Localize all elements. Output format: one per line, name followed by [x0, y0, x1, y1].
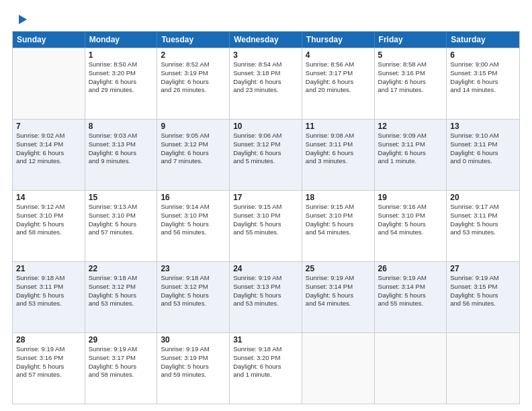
day-number: 3	[233, 50, 298, 60]
cal-day-31: 31Sunrise: 9:18 AMSunset: 3:20 PMDayligh…	[230, 333, 302, 404]
day-info: Sunrise: 9:02 AMSunset: 3:14 PMDaylight:…	[16, 132, 81, 166]
day-number: 23	[161, 264, 226, 273]
svg-marker-0	[19, 15, 27, 24]
cal-day-28: 28Sunrise: 9:19 AMSunset: 3:16 PMDayligh…	[13, 333, 85, 404]
day-number: 15	[89, 193, 154, 202]
day-number: 2	[161, 50, 226, 60]
cal-day-14: 14Sunrise: 9:12 AMSunset: 3:10 PMDayligh…	[13, 191, 85, 261]
cal-day-17: 17Sunrise: 9:15 AMSunset: 3:10 PMDayligh…	[230, 191, 302, 261]
day-number: 18	[306, 193, 371, 202]
cal-day-18: 18Sunrise: 9:15 AMSunset: 3:10 PMDayligh…	[302, 191, 375, 261]
calendar-week-2: 7Sunrise: 9:02 AMSunset: 3:14 PMDaylight…	[13, 119, 519, 190]
day-number: 29	[89, 335, 154, 345]
cal-day-20: 20Sunrise: 9:17 AMSunset: 3:11 PMDayligh…	[447, 191, 519, 261]
day-number: 19	[378, 193, 443, 202]
day-number: 28	[16, 335, 81, 345]
cal-day-10: 10Sunrise: 9:06 AMSunset: 3:12 PMDayligh…	[230, 120, 302, 190]
cal-day-23: 23Sunrise: 9:18 AMSunset: 3:12 PMDayligh…	[157, 262, 230, 332]
cal-day-24: 24Sunrise: 9:19 AMSunset: 3:13 PMDayligh…	[230, 262, 302, 332]
cal-day-22: 22Sunrise: 9:18 AMSunset: 3:12 PMDayligh…	[85, 262, 158, 332]
day-info: Sunrise: 9:19 AMSunset: 3:14 PMDaylight:…	[306, 274, 371, 308]
day-number: 13	[450, 122, 516, 131]
day-info: Sunrise: 9:08 AMSunset: 3:11 PMDaylight:…	[306, 132, 371, 166]
day-info: Sunrise: 8:54 AMSunset: 3:18 PMDaylight:…	[233, 60, 298, 95]
day-number: 4	[306, 50, 371, 60]
day-info: Sunrise: 9:09 AMSunset: 3:11 PMDaylight:…	[378, 132, 443, 166]
cal-day-8: 8Sunrise: 9:03 AMSunset: 3:13 PMDaylight…	[85, 120, 158, 190]
day-info: Sunrise: 8:58 AMSunset: 3:16 PMDaylight:…	[378, 60, 443, 95]
day-info: Sunrise: 9:15 AMSunset: 3:10 PMDaylight:…	[233, 203, 298, 237]
day-info: Sunrise: 8:56 AMSunset: 3:17 PMDaylight:…	[306, 60, 371, 95]
cal-day-2: 2Sunrise: 8:52 AMSunset: 3:19 PMDaylight…	[157, 48, 230, 119]
day-number: 1	[89, 50, 154, 60]
day-info: Sunrise: 9:12 AMSunset: 3:10 PMDaylight:…	[16, 203, 81, 237]
day-number: 11	[306, 122, 371, 131]
day-info: Sunrise: 9:15 AMSunset: 3:10 PMDaylight:…	[306, 203, 371, 237]
day-info: Sunrise: 9:19 AMSunset: 3:14 PMDaylight:…	[378, 274, 443, 308]
cal-day-15: 15Sunrise: 9:13 AMSunset: 3:10 PMDayligh…	[85, 191, 158, 261]
day-info: Sunrise: 9:18 AMSunset: 3:12 PMDaylight:…	[89, 274, 154, 308]
calendar: SundayMondayTuesdayWednesdayThursdayFrid…	[12, 31, 520, 404]
day-info: Sunrise: 8:50 AMSunset: 3:20 PMDaylight:…	[89, 60, 154, 95]
page: SundayMondayTuesdayWednesdayThursdayFrid…	[0, 0, 532, 411]
day-number: 5	[378, 50, 443, 60]
cal-day-9: 9Sunrise: 9:05 AMSunset: 3:12 PMDaylight…	[157, 120, 230, 190]
cal-day-empty	[375, 333, 447, 404]
cal-day-26: 26Sunrise: 9:19 AMSunset: 3:14 PMDayligh…	[375, 262, 447, 332]
day-info: Sunrise: 9:19 AMSunset: 3:15 PMDaylight:…	[450, 274, 516, 308]
cal-day-21: 21Sunrise: 9:18 AMSunset: 3:11 PMDayligh…	[13, 262, 85, 332]
day-number: 30	[161, 335, 226, 345]
day-info: Sunrise: 9:06 AMSunset: 3:12 PMDaylight:…	[233, 132, 298, 166]
cal-day-6: 6Sunrise: 9:00 AMSunset: 3:15 PMDaylight…	[447, 48, 519, 119]
day-number: 14	[16, 193, 81, 202]
day-info: Sunrise: 9:17 AMSunset: 3:11 PMDaylight:…	[450, 203, 516, 237]
day-number: 10	[233, 122, 298, 131]
cal-day-11: 11Sunrise: 9:08 AMSunset: 3:11 PMDayligh…	[302, 120, 375, 190]
cal-day-16: 16Sunrise: 9:14 AMSunset: 3:10 PMDayligh…	[157, 191, 230, 261]
day-number: 24	[233, 264, 298, 273]
day-number: 31	[233, 335, 298, 345]
day-info: Sunrise: 9:18 AMSunset: 3:12 PMDaylight:…	[161, 274, 226, 308]
calendar-header-row: SundayMondayTuesdayWednesdayThursdayFrid…	[13, 32, 519, 48]
header-day-tuesday: Tuesday	[157, 32, 230, 48]
cal-day-4: 4Sunrise: 8:56 AMSunset: 3:17 PMDaylight…	[302, 48, 375, 119]
calendar-week-5: 28Sunrise: 9:19 AMSunset: 3:16 PMDayligh…	[13, 332, 519, 404]
day-number: 25	[306, 264, 371, 273]
header-day-thursday: Thursday	[302, 32, 375, 48]
day-info: Sunrise: 9:18 AMSunset: 3:11 PMDaylight:…	[16, 274, 81, 308]
header	[12, 12, 520, 24]
day-info: Sunrise: 9:10 AMSunset: 3:11 PMDaylight:…	[450, 132, 516, 166]
logo	[12, 12, 28, 24]
day-number: 21	[16, 264, 81, 273]
day-info: Sunrise: 9:19 AMSunset: 3:17 PMDaylight:…	[89, 345, 154, 379]
cal-day-27: 27Sunrise: 9:19 AMSunset: 3:15 PMDayligh…	[447, 262, 519, 332]
day-number: 9	[161, 122, 226, 131]
day-number: 7	[16, 122, 81, 131]
day-number: 16	[161, 193, 226, 202]
day-info: Sunrise: 9:16 AMSunset: 3:10 PMDaylight:…	[378, 203, 443, 237]
header-day-friday: Friday	[375, 32, 447, 48]
day-number: 20	[450, 193, 516, 202]
day-info: Sunrise: 9:19 AMSunset: 3:19 PMDaylight:…	[161, 345, 226, 379]
cal-day-3: 3Sunrise: 8:54 AMSunset: 3:18 PMDaylight…	[230, 48, 302, 119]
logo-icon	[13, 12, 28, 27]
cal-day-empty	[302, 333, 375, 404]
day-info: Sunrise: 9:05 AMSunset: 3:12 PMDaylight:…	[161, 132, 226, 166]
header-day-sunday: Sunday	[13, 32, 85, 48]
cal-day-empty	[13, 48, 85, 119]
cal-day-30: 30Sunrise: 9:19 AMSunset: 3:19 PMDayligh…	[157, 333, 230, 404]
day-info: Sunrise: 8:52 AMSunset: 3:19 PMDaylight:…	[161, 60, 226, 95]
header-day-monday: Monday	[85, 32, 158, 48]
day-info: Sunrise: 9:03 AMSunset: 3:13 PMDaylight:…	[89, 132, 154, 166]
cal-day-7: 7Sunrise: 9:02 AMSunset: 3:14 PMDaylight…	[13, 120, 85, 190]
cal-day-1: 1Sunrise: 8:50 AMSunset: 3:20 PMDaylight…	[85, 48, 158, 119]
cal-day-29: 29Sunrise: 9:19 AMSunset: 3:17 PMDayligh…	[85, 333, 158, 404]
calendar-week-4: 21Sunrise: 9:18 AMSunset: 3:11 PMDayligh…	[13, 261, 519, 332]
cal-day-25: 25Sunrise: 9:19 AMSunset: 3:14 PMDayligh…	[302, 262, 375, 332]
day-info: Sunrise: 9:19 AMSunset: 3:13 PMDaylight:…	[233, 274, 298, 308]
day-number: 22	[89, 264, 154, 273]
calendar-body: 1Sunrise: 8:50 AMSunset: 3:20 PMDaylight…	[13, 48, 519, 404]
cal-day-empty	[447, 333, 519, 404]
cal-day-13: 13Sunrise: 9:10 AMSunset: 3:11 PMDayligh…	[447, 120, 519, 190]
header-day-saturday: Saturday	[447, 32, 519, 48]
